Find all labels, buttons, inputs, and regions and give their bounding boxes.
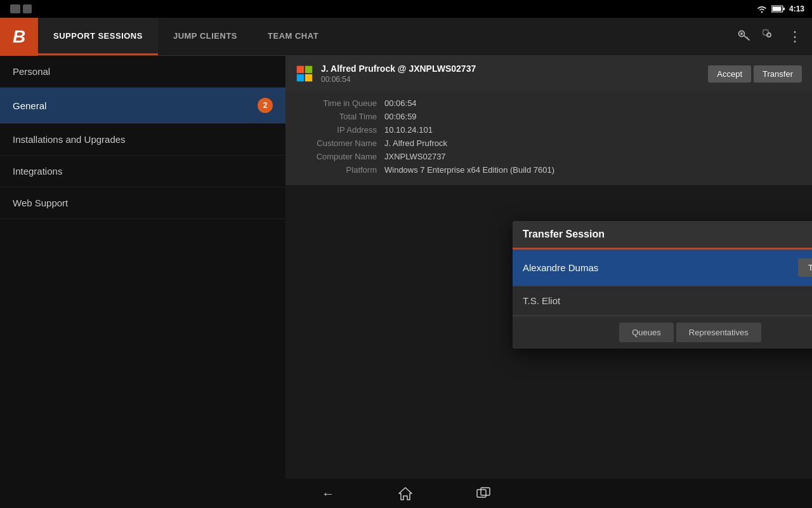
status-time: 4:13 <box>789 4 804 13</box>
sidebar-item-web-support[interactable]: Web Support <box>0 187 285 219</box>
status-bar: 4:13 <box>0 0 812 18</box>
session-title: J. Alfred Prufrock @ JXNPLWS02737 <box>321 64 700 74</box>
detail-label-ip-address: IP Address <box>296 125 384 135</box>
transfer-item-alexandre[interactable]: Alexandre Dumas Transfer › <box>513 250 812 286</box>
detail-label-customer-name: Customer Name <box>296 138 384 148</box>
sidebar-item-integrations[interactable]: Integrations <box>0 156 285 187</box>
accept-button[interactable]: Accept <box>708 65 751 83</box>
main-content: Personal General 2 Installations and Upg… <box>0 56 812 479</box>
status-right-icons: 4:13 <box>756 4 804 13</box>
detail-label-platform: Platform <box>296 165 384 175</box>
detail-value-platform: Windows 7 Enterprise x64 Edition (Build … <box>384 165 554 175</box>
nav-bar: B SUPPORT SESSIONS JUMP CLIENTS TEAM CHA… <box>0 18 812 56</box>
home-icon <box>398 486 413 500</box>
representatives-tab-button[interactable]: Representatives <box>676 323 761 342</box>
svg-rect-10 <box>305 66 312 73</box>
status-left-icons <box>8 4 32 13</box>
svg-line-6 <box>744 36 750 40</box>
svg-point-0 <box>761 11 763 13</box>
session-area: J. Alfred Prufrock @ JXNPLWS02737 00:06:… <box>285 56 812 479</box>
sidebar-item-personal[interactable]: Personal <box>0 56 285 88</box>
app-logo-letter: B <box>13 27 25 47</box>
svg-rect-14 <box>481 488 490 495</box>
detail-row-platform: Platform Windows 7 Enterprise x64 Editio… <box>296 163 802 177</box>
tab-team-chat[interactable]: TEAM CHAT <box>252 18 334 55</box>
transfer-button[interactable]: Transfer <box>754 65 802 83</box>
gear-icon[interactable] <box>763 29 775 44</box>
session-action-buttons: Accept Transfer <box>708 65 802 83</box>
svg-rect-13 <box>477 490 486 497</box>
detail-value-time-in-queue: 00:06:54 <box>384 98 417 108</box>
menu-dots-icon[interactable]: ⋮ <box>788 30 802 44</box>
transfer-footer: Queues Representatives <box>513 316 812 349</box>
nav-tabs: SUPPORT SESSIONS JUMP CLIENTS TEAM CHAT <box>38 18 737 55</box>
key-icon[interactable] <box>737 29 750 44</box>
session-header: J. Alfred Prufrock @ JXNPLWS02737 00:06:… <box>285 56 812 91</box>
wifi-icon <box>756 4 768 13</box>
nav-actions: ⋮ <box>737 29 812 44</box>
recent-apps-button[interactable] <box>476 487 490 500</box>
detail-label-total-time: Total Time <box>296 112 384 121</box>
session-time-small: 00:06:54 <box>321 75 700 84</box>
session-details: Time in Queue 00:06:54 Total Time 00:06:… <box>285 91 812 184</box>
transfer-list: Alexandre Dumas Transfer › T.S. Eliot <box>513 250 812 316</box>
detail-value-total-time: 00:06:59 <box>384 112 417 121</box>
detail-label-computer-name: Computer Name <box>296 152 384 161</box>
transfer-item-name-alexandre: Alexandre Dumas <box>523 262 598 273</box>
svg-rect-11 <box>297 74 304 81</box>
svg-rect-2 <box>783 8 785 10</box>
back-button[interactable]: ← <box>322 486 334 501</box>
transfer-confirm-button[interactable]: Transfer <box>798 258 812 277</box>
sidebar: Personal General 2 Installations and Upg… <box>0 56 285 479</box>
detail-value-customer-name: J. Alfred Prufrock <box>384 138 447 148</box>
svg-rect-3 <box>772 7 781 11</box>
sidebar-item-installations[interactable]: Installations and Upgrades <box>0 124 285 156</box>
transfer-modal-title: Transfer Session <box>523 229 812 240</box>
bottom-bar: ← <box>0 479 812 508</box>
sidebar-badge-general: 2 <box>258 98 273 113</box>
transfer-item-actions: Transfer › <box>798 258 812 277</box>
session-card: J. Alfred Prufrock @ JXNPLWS02737 00:06:… <box>285 56 812 185</box>
sidebar-item-general[interactable]: General 2 <box>0 88 285 124</box>
windows-os-icon <box>296 65 313 83</box>
battery-icon <box>771 5 785 13</box>
tab-support-sessions[interactable]: SUPPORT SESSIONS <box>38 18 158 55</box>
svg-rect-12 <box>305 74 312 81</box>
svg-point-5 <box>740 32 743 35</box>
svg-rect-9 <box>297 66 304 73</box>
detail-value-ip-address: 10.10.24.101 <box>384 125 433 135</box>
detail-row-total-time: Total Time 00:06:59 <box>296 110 802 123</box>
detail-row-ip-address: IP Address 10.10.24.101 <box>296 123 802 137</box>
detail-row-computer-name: Computer Name JXNPLWS02737 <box>296 150 802 163</box>
transfer-item-name-tseliot: T.S. Eliot <box>523 295 560 306</box>
detail-label-time-in-queue: Time in Queue <box>296 98 384 108</box>
transfer-modal: Transfer Session Alexandre Dumas Transfe… <box>513 221 812 349</box>
detail-row-time-in-queue: Time in Queue 00:06:54 <box>296 97 802 110</box>
recent-apps-icon <box>476 487 490 500</box>
home-button[interactable] <box>398 486 413 500</box>
transfer-item-tseliot[interactable]: T.S. Eliot <box>513 286 812 316</box>
app-logo[interactable]: B <box>0 18 38 56</box>
queues-tab-button[interactable]: Queues <box>619 323 674 342</box>
transfer-modal-header: Transfer Session <box>513 221 812 250</box>
notification-icon-2 <box>23 4 32 13</box>
tab-jump-clients[interactable]: JUMP CLIENTS <box>158 18 252 55</box>
session-title-block: J. Alfred Prufrock @ JXNPLWS02737 00:06:… <box>321 64 700 84</box>
detail-row-customer-name: Customer Name J. Alfred Prufrock <box>296 137 802 150</box>
detail-value-computer-name: JXNPLWS02737 <box>384 152 446 161</box>
notification-icon-1 <box>10 4 20 13</box>
